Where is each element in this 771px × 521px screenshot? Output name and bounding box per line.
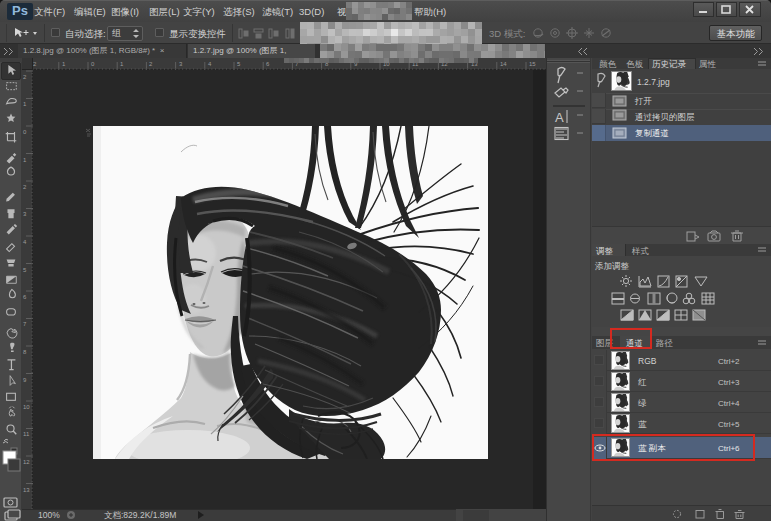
svg-text:7: 7 [23, 321, 27, 327]
svg-text:3: 3 [23, 211, 27, 217]
svg-text:8: 8 [23, 349, 27, 355]
svg-text:9: 9 [23, 377, 27, 383]
svg-text:A: A [555, 110, 564, 125]
svg-text:6: 6 [23, 294, 27, 300]
svg-text:10: 10 [23, 404, 30, 410]
svg-text:2: 2 [23, 184, 27, 190]
svg-text:5: 5 [23, 267, 27, 273]
svg-text:11: 11 [23, 431, 30, 437]
svg-text:13: 13 [23, 487, 30, 493]
svg-text:12: 12 [23, 459, 30, 465]
svg-text:1: 1 [23, 101, 27, 107]
svg-text:1: 1 [23, 157, 27, 163]
svg-text:4: 4 [23, 239, 27, 245]
svg-text:0: 0 [23, 129, 27, 135]
